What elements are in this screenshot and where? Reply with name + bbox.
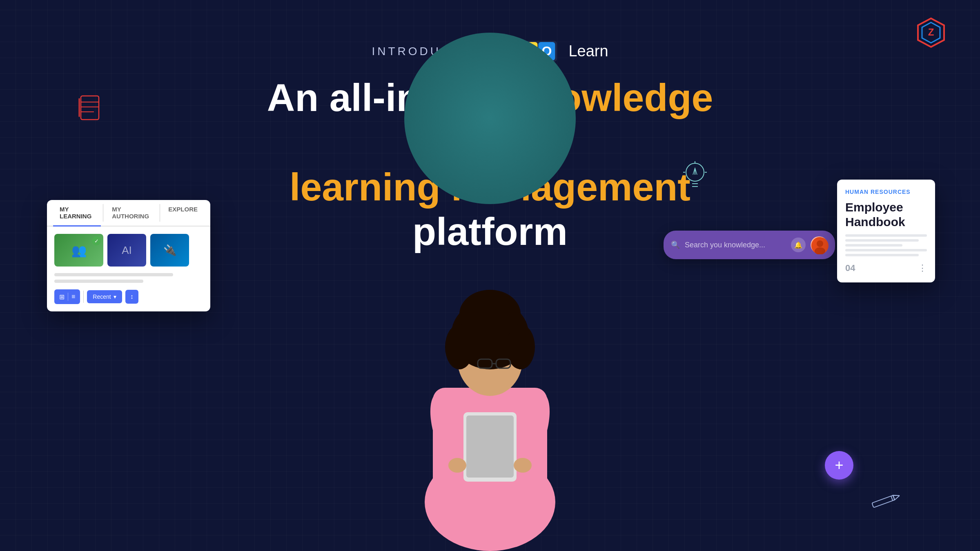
- svg-point-33: [448, 458, 466, 473]
- tab-separator-1: [103, 204, 103, 222]
- course-image-grid: 👥 ✓ AI 🔌: [54, 234, 203, 267]
- handbook-line-2: [845, 239, 919, 242]
- list-view-icon[interactable]: ≡: [71, 293, 75, 300]
- tab-my-authoring[interactable]: MY AUTHORING: [105, 200, 157, 227]
- handbook-title-line2: Handbook: [845, 215, 905, 229]
- tab-separator-2: [160, 204, 160, 222]
- fab-add-button[interactable]: +: [825, 451, 853, 480]
- course-thumb-1: 👥 ✓: [54, 234, 103, 267]
- card-content: 👥 ✓ AI 🔌 ⊞ ≡: [47, 227, 210, 311]
- svg-rect-32: [466, 415, 514, 478]
- handbook-title-line1: Employee: [845, 200, 903, 214]
- view-toggle-group[interactable]: ⊞ ≡: [54, 289, 80, 304]
- svg-line-18: [891, 496, 893, 500]
- handbook-line-1: [845, 234, 927, 237]
- handbook-page-number: 04: [845, 263, 855, 273]
- search-bar-ui: 🔍 Search you knowledge... 🔔: [664, 231, 835, 259]
- content-lines: [54, 273, 203, 283]
- grid-view-icon[interactable]: ⊞: [59, 293, 65, 301]
- content-line-2: [54, 280, 143, 283]
- tab-explore[interactable]: EXPLORE: [162, 200, 204, 227]
- search-placeholder-text[interactable]: Search you knowledge...: [685, 241, 786, 249]
- teal-circle-bg: [404, 33, 576, 204]
- filter-icon: ↕: [130, 293, 134, 300]
- handbook-line-5: [845, 254, 919, 256]
- handbook-footer: 04 ⋮: [845, 263, 927, 273]
- view-divider: [68, 293, 68, 301]
- tab-my-learning[interactable]: MY LEARNING: [53, 200, 101, 227]
- deco-notebook-icon: [78, 94, 102, 126]
- zoho-learn-logo: Z: [915, 16, 947, 49]
- search-icon: 🔍: [671, 240, 680, 249]
- sort-chevron-icon: ▾: [114, 293, 116, 300]
- learn-text: Learn: [568, 42, 608, 60]
- filter-button[interactable]: ↕: [125, 290, 138, 304]
- handbook-content-lines: [845, 234, 927, 256]
- card-tabs: MY LEARNING MY AUTHORING EXPLORE: [47, 200, 210, 227]
- completion-check: ✓: [92, 236, 101, 245]
- handbook-category: HUMAN RESOURCES: [845, 189, 927, 195]
- user-avatar[interactable]: [811, 236, 828, 253]
- deco-bulb-icon: [680, 159, 710, 196]
- handbook-line-3: [845, 244, 902, 247]
- deco-pencil-icon: [870, 494, 900, 508]
- handbook-menu-icon[interactable]: ⋮: [918, 263, 927, 273]
- center-person-illustration: [384, 184, 596, 551]
- svg-marker-17: [893, 493, 900, 500]
- toolbar-divider: [83, 291, 84, 303]
- bell-icon[interactable]: 🔔: [791, 238, 806, 252]
- svg-point-36: [817, 240, 823, 247]
- left-learning-card: MY LEARNING MY AUTHORING EXPLORE 👥 ✓ AI …: [47, 200, 210, 311]
- handbook-line-4: [845, 249, 927, 251]
- sort-label: Recent: [93, 293, 111, 300]
- course-thumb-3: 🔌: [150, 234, 189, 267]
- handbook-card: HUMAN RESOURCES Employee Handbook 04 ⋮: [837, 180, 935, 282]
- content-line-1: [54, 273, 173, 276]
- handbook-title: Employee Handbook: [845, 200, 927, 229]
- svg-point-34: [514, 458, 532, 473]
- card-toolbar: ⊞ ≡ Recent ▾ ↕: [54, 289, 203, 304]
- sort-button[interactable]: Recent ▾: [87, 290, 122, 303]
- svg-point-25: [459, 290, 521, 339]
- svg-rect-3: [81, 96, 99, 120]
- svg-text:Z: Z: [928, 27, 934, 38]
- course-thumb-2: AI: [107, 234, 146, 267]
- fab-plus-icon: +: [835, 458, 843, 473]
